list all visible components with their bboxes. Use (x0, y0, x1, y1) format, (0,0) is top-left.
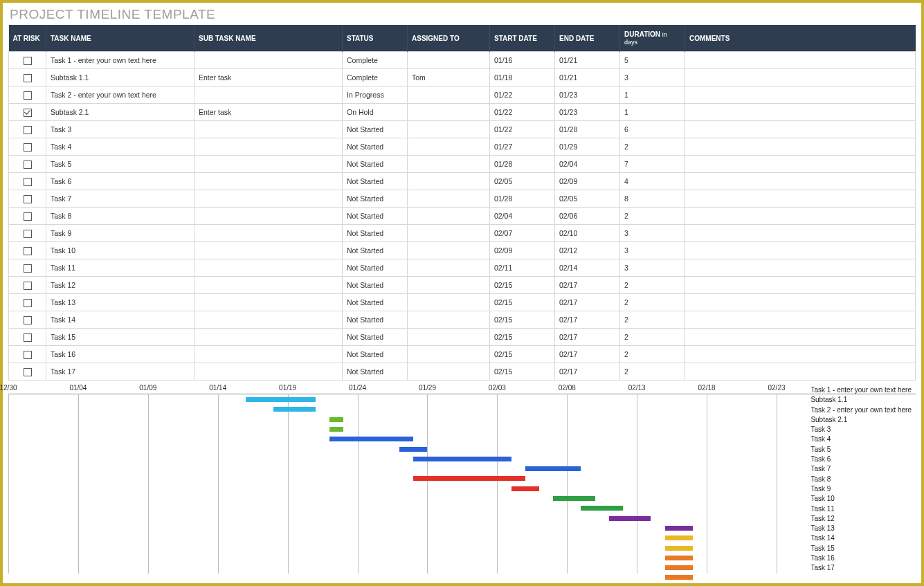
subtask-cell[interactable] (194, 52, 343, 69)
risk-cell[interactable] (9, 277, 46, 294)
duration-cell[interactable]: 1 (620, 86, 685, 104)
task-name-cell[interactable]: Task 2 - enter your own text here (46, 86, 194, 104)
task-name-cell[interactable]: Task 6 (46, 173, 194, 190)
checkbox-icon[interactable] (24, 299, 32, 307)
assigned-cell[interactable] (408, 173, 490, 190)
end-date-cell[interactable]: 01/23 (555, 104, 620, 121)
assigned-cell[interactable] (408, 329, 490, 346)
status-cell[interactable]: Not Started (343, 173, 408, 190)
duration-cell[interactable]: 4 (620, 173, 685, 190)
duration-cell[interactable]: 2 (620, 311, 685, 329)
subtask-cell[interactable] (194, 329, 343, 346)
checkbox-icon[interactable] (24, 351, 32, 359)
risk-cell[interactable] (9, 190, 46, 208)
status-cell[interactable]: Complete (343, 52, 408, 69)
subtask-cell[interactable] (194, 259, 343, 277)
risk-cell[interactable] (9, 225, 46, 242)
risk-cell[interactable] (9, 173, 46, 190)
status-cell[interactable]: Not Started (343, 294, 408, 311)
subtask-cell[interactable] (194, 173, 343, 190)
comments-cell[interactable] (685, 277, 916, 294)
checkbox-icon[interactable] (24, 195, 32, 203)
task-name-cell[interactable]: Task 15 (46, 329, 194, 346)
checkbox-icon[interactable] (24, 161, 32, 169)
status-cell[interactable]: Not Started (343, 277, 408, 294)
risk-cell[interactable] (9, 86, 46, 104)
duration-cell[interactable]: 2 (620, 277, 685, 294)
status-cell[interactable]: Not Started (343, 138, 408, 156)
risk-cell[interactable] (9, 69, 46, 86)
duration-cell[interactable]: 6 (620, 121, 685, 138)
end-date-cell[interactable]: 02/04 (555, 156, 620, 173)
task-name-cell[interactable]: Task 17 (46, 363, 194, 381)
checkbox-icon[interactable] (24, 74, 32, 82)
start-date-cell[interactable]: 01/28 (490, 156, 555, 173)
task-name-cell[interactable]: Subtask 1.1 (46, 69, 194, 86)
start-date-cell[interactable]: 02/15 (490, 294, 555, 311)
comments-cell[interactable] (685, 190, 916, 208)
comments-cell[interactable] (685, 156, 916, 173)
subtask-cell[interactable]: Enter task (194, 69, 343, 86)
risk-cell[interactable] (9, 363, 46, 381)
duration-cell[interactable]: 3 (620, 69, 685, 86)
end-date-cell[interactable]: 02/17 (555, 363, 620, 381)
assigned-cell[interactable] (408, 225, 490, 242)
risk-cell[interactable] (9, 294, 46, 311)
risk-cell[interactable] (9, 311, 46, 329)
checkbox-icon[interactable] (24, 333, 32, 342)
task-name-cell[interactable]: Task 14 (46, 311, 194, 329)
start-date-cell[interactable]: 02/15 (490, 346, 555, 363)
task-name-cell[interactable]: Task 8 (46, 208, 194, 225)
duration-cell[interactable]: 2 (620, 329, 685, 346)
task-name-cell[interactable]: Subtask 2.1 (46, 104, 194, 121)
comments-cell[interactable] (685, 363, 916, 381)
comments-cell[interactable] (685, 121, 916, 138)
assigned-cell[interactable] (408, 294, 490, 311)
subtask-cell[interactable]: Enter task (194, 104, 343, 121)
start-date-cell[interactable]: 02/09 (490, 242, 555, 259)
checkbox-icon[interactable] (24, 247, 32, 255)
end-date-cell[interactable]: 02/09 (555, 173, 620, 190)
start-date-cell[interactable]: 02/15 (490, 311, 555, 329)
task-name-cell[interactable]: Task 4 (46, 138, 194, 156)
duration-cell[interactable]: 3 (620, 242, 685, 259)
status-cell[interactable]: Complete (343, 69, 408, 86)
task-name-cell[interactable]: Task 16 (46, 346, 194, 363)
assigned-cell[interactable] (408, 156, 490, 173)
task-name-cell[interactable]: Task 1 - enter your own text here (46, 52, 194, 69)
subtask-cell[interactable] (194, 242, 343, 259)
status-cell[interactable]: Not Started (343, 329, 408, 346)
status-cell[interactable]: Not Started (343, 156, 408, 173)
duration-cell[interactable]: 2 (620, 363, 685, 381)
assigned-cell[interactable] (408, 277, 490, 294)
start-date-cell[interactable]: 01/22 (490, 104, 555, 121)
comments-cell[interactable] (685, 86, 916, 104)
status-cell[interactable]: Not Started (343, 208, 408, 225)
subtask-cell[interactable] (194, 311, 343, 329)
assigned-cell[interactable] (408, 121, 490, 138)
risk-cell[interactable] (9, 208, 46, 225)
risk-cell[interactable] (9, 329, 46, 346)
task-name-cell[interactable]: Task 10 (46, 242, 194, 259)
duration-cell[interactable]: 7 (620, 156, 685, 173)
comments-cell[interactable] (685, 208, 916, 225)
end-date-cell[interactable]: 01/29 (555, 138, 620, 156)
assigned-cell[interactable] (408, 242, 490, 259)
end-date-cell[interactable]: 02/17 (555, 311, 620, 329)
end-date-cell[interactable]: 01/21 (555, 52, 620, 69)
assigned-cell[interactable] (408, 259, 490, 277)
comments-cell[interactable] (685, 242, 916, 259)
start-date-cell[interactable]: 02/04 (490, 208, 555, 225)
end-date-cell[interactable]: 02/05 (555, 190, 620, 208)
task-name-cell[interactable]: Task 5 (46, 156, 194, 173)
comments-cell[interactable] (685, 311, 916, 329)
risk-cell[interactable] (9, 52, 46, 69)
end-date-cell[interactable]: 02/17 (555, 346, 620, 363)
checkbox-icon[interactable] (24, 143, 32, 152)
checkbox-icon[interactable] (24, 212, 32, 221)
status-cell[interactable]: Not Started (343, 346, 408, 363)
subtask-cell[interactable] (194, 138, 343, 156)
risk-cell[interactable] (9, 138, 46, 156)
end-date-cell[interactable]: 01/23 (555, 86, 620, 104)
task-name-cell[interactable]: Task 9 (46, 225, 194, 242)
